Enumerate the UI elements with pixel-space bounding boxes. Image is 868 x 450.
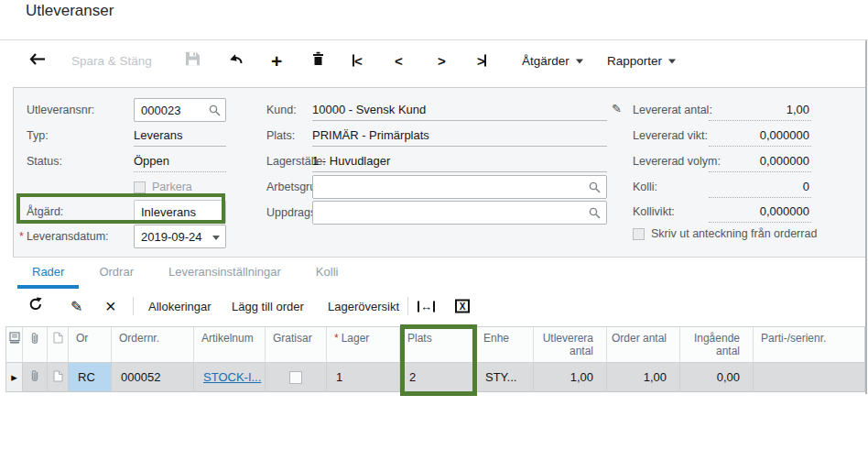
column-header-ordertyp[interactable]: Or [69, 326, 112, 363]
plats-value[interactable]: PRIMÄR - Primärplats [312, 125, 607, 147]
paperclip-icon [30, 332, 39, 347]
allokeringar-label: Allokeringar [148, 300, 212, 313]
add-button[interactable]: + [271, 51, 282, 71]
tab-rader[interactable]: Rader [17, 258, 79, 289]
chevron-left-icon: < [395, 53, 402, 69]
cell-artikelnummer[interactable]: STOCK-I... [194, 363, 266, 392]
row-activity-cell[interactable] [48, 363, 69, 392]
chevron-down-icon [576, 60, 583, 64]
cell-gratisar[interactable] [266, 363, 327, 392]
search-icon[interactable] [589, 207, 606, 219]
toolbar-separator [133, 297, 134, 315]
prev-record-button[interactable]: < [395, 53, 402, 69]
save-disk-icon [186, 52, 200, 70]
tab-ordrar[interactable]: Ordrar [84, 258, 148, 289]
activity-column-header[interactable] [48, 326, 69, 363]
grid-toolbar: ✎ × Allokeringar Lägg till order Lageröv… [0, 289, 868, 324]
undo-icon [229, 52, 244, 69]
levererat-antal-label: Levererat antal: [633, 98, 712, 122]
kollivikt-label: Kollivikt: [633, 200, 675, 224]
files-column-header[interactable] [23, 326, 48, 363]
delete-button[interactable] [312, 52, 324, 70]
column-header-gratisar[interactable]: Gratisar [266, 326, 327, 363]
parkera-label: Parkera [152, 181, 192, 193]
notes-icon [9, 332, 20, 346]
cell-order-antal[interactable]: 1,00 [607, 363, 680, 392]
parkera-checkbox-row: Parkera [134, 181, 192, 193]
row-files-cell[interactable] [23, 363, 48, 392]
refresh-icon [28, 297, 43, 315]
parkera-checkbox[interactable] [134, 181, 146, 193]
utleveransnr-label: Utleveransnr: [27, 98, 94, 122]
kolli-value: 0 [709, 176, 811, 198]
main-toolbar: Spara & Stäng + < < > [0, 40, 868, 81]
column-header-ordernr[interactable]: Ordernr. [112, 326, 194, 363]
tab-leveransinstallningar[interactable]: Leveransinställningar [154, 258, 296, 289]
typ-value: Leverans [134, 125, 226, 147]
plats-label: Plats: [266, 124, 295, 148]
next-record-button[interactable]: > [438, 53, 445, 69]
shipment-summary-panel: Utleveransnr: 000023 Typ: Leverans Statu… [13, 87, 865, 258]
arbetsgrupp-input[interactable] [312, 175, 607, 199]
first-record-button[interactable]: < [353, 53, 362, 69]
refresh-button[interactable] [28, 297, 43, 315]
gratisar-checkbox[interactable] [289, 371, 302, 384]
delete-row-button[interactable]: × [105, 297, 116, 315]
lagerstalle-value[interactable]: 1 - Huvudlager [312, 150, 607, 172]
calendar-dropdown-icon[interactable] [212, 236, 220, 240]
leveransdatum-input[interactable]: 2019-09-24 [134, 225, 226, 248]
cell-lager[interactable]: 1 [327, 363, 400, 392]
last-record-button[interactable]: > [477, 53, 486, 69]
search-icon[interactable] [589, 181, 606, 193]
save-button[interactable] [186, 52, 200, 70]
cell-utlevererat-antal[interactable]: 1,00 [534, 363, 607, 392]
kollivikt-value: 0,000000 [709, 201, 811, 223]
row-selected-arrow-icon: ▸ [11, 370, 17, 384]
artikelnummer-link[interactable]: STOCK-I... [203, 370, 261, 384]
cell-enhet[interactable]: STY... [476, 363, 534, 392]
detail-tabs: Rader Ordrar Leveransinställningar Kolli [17, 258, 358, 289]
utleveransnr-input[interactable]: 000023 [134, 98, 226, 122]
skriv-ut-label: Skriv ut anteckning från orderrad [651, 227, 817, 240]
actions-menu-button[interactable]: Åtgärder [522, 54, 583, 68]
column-header-parti-serienr[interactable]: Parti-/serienr. [754, 326, 865, 363]
kolli-label: Kolli: [633, 175, 657, 199]
column-header-utlevererat-antal[interactable]: Utleverera antal [534, 326, 607, 363]
lagg-till-order-button[interactable]: Lägg till order [232, 300, 304, 313]
export-excel-button[interactable]: X [455, 300, 470, 313]
tab-kolli[interactable]: Kolli [301, 258, 353, 289]
column-header-enhet[interactable]: Enhe [476, 326, 534, 363]
table-row[interactable]: ▸ RC 000052 STOCK-I... 1 2 STY... 1,00 1… [5, 363, 865, 392]
reports-menu-button[interactable]: Rapporter [607, 54, 676, 68]
atgard-label: Åtgärd: [27, 200, 63, 224]
cell-plats[interactable]: 2 [400, 363, 476, 392]
column-header-lager[interactable]: *Lager [327, 326, 400, 363]
cell-ordertyp[interactable]: RC [69, 363, 112, 392]
cell-ordernr[interactable]: 000052 [112, 363, 194, 392]
utleveranser-screen: Utleveranser Spara & Stäng + [0, 0, 868, 450]
cell-ingaende-antal[interactable]: 0,00 [680, 363, 754, 392]
uppdragsagare-input[interactable] [312, 201, 607, 225]
kund-label: Kund: [266, 98, 297, 122]
back-arrow-icon [29, 52, 46, 69]
search-icon[interactable] [209, 104, 225, 116]
cell-parti-serienr[interactable] [754, 363, 865, 392]
column-header-plats[interactable]: Plats [400, 326, 476, 363]
allokeringar-button[interactable]: Allokeringar [148, 300, 212, 313]
notes-column-header[interactable] [5, 326, 23, 363]
save-close-button[interactable]: Spara & Stäng [71, 54, 152, 68]
back-button[interactable] [29, 52, 46, 69]
kund-value[interactable]: 10000 - Svensk Kund [312, 99, 607, 121]
column-header-ingaende-antal[interactable]: Ingående antal [680, 326, 754, 363]
skriv-ut-checkbox[interactable] [633, 228, 645, 240]
save-close-label: Spara & Stäng [71, 54, 152, 68]
column-header-order-antal[interactable]: Order antal [607, 326, 680, 363]
fit-columns-button[interactable]: ↔ [418, 300, 435, 313]
undo-button[interactable] [229, 52, 244, 69]
column-header-artikelnummer[interactable]: Artikelnum [194, 326, 266, 363]
edit-pencil-icon[interactable]: ✎ [612, 102, 622, 115]
lageroversikt-button[interactable]: Lageröversikt [328, 300, 399, 313]
atgard-select[interactable]: Inleverans [134, 200, 226, 224]
edit-row-button[interactable]: ✎ [71, 298, 82, 315]
row-selector-cell[interactable]: ▸ [5, 363, 23, 392]
